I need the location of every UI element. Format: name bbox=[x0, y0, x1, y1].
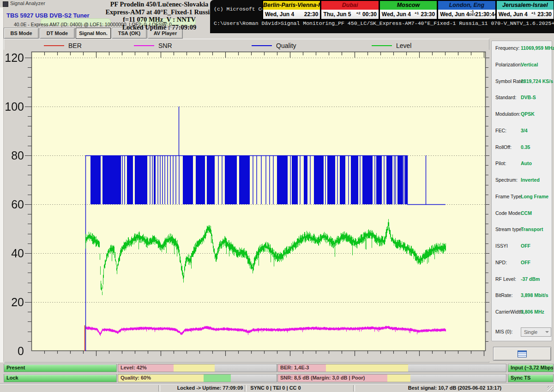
bar-text: Level: 42% bbox=[120, 365, 147, 370]
param-row-issyi: ISSYIOFF bbox=[492, 243, 552, 249]
param-label: MIS (0): bbox=[495, 329, 512, 334]
record-device-button[interactable] bbox=[493, 347, 551, 361]
legend-label: Quality bbox=[276, 42, 296, 49]
legend-item-snr: SNR bbox=[134, 42, 172, 50]
clock-time-row: Wed, Jun 4+123:30 bbox=[380, 10, 437, 19]
server-icon bbox=[518, 350, 527, 357]
clock-time: 21:30:44 bbox=[475, 11, 497, 18]
clock-city-label: London, Eng bbox=[438, 1, 495, 10]
clock-utc-offset: -1DST bbox=[469, 10, 475, 16]
monitor-bar-sync-ts: Sync TS bbox=[508, 374, 554, 382]
param-row-mis: MIS (0):Single bbox=[492, 329, 552, 335]
monitor-bar-snr: SNR: 8,5 dB (Margin: 3,0 dB | Poor) bbox=[277, 374, 506, 382]
param-row-codemode: Code Mode:CCM bbox=[492, 210, 552, 217]
param-label: Stream type: bbox=[495, 226, 523, 232]
param-value: 11069,959 MHz bbox=[521, 45, 554, 51]
chevron-down-icon bbox=[545, 331, 549, 333]
param-label: FEC: bbox=[495, 128, 506, 133]
param-value: OFF bbox=[521, 260, 530, 265]
clock-time: 22:30 bbox=[304, 11, 319, 18]
param-label: BitRate: bbox=[495, 292, 512, 298]
bar-segment-green bbox=[204, 374, 230, 382]
param-label: Standard: bbox=[495, 95, 517, 100]
left-edge-strip bbox=[0, 7, 4, 362]
clock-utc-offset: +1 bbox=[529, 12, 537, 15]
osd-caption: PF Prodelin 450/Lučenec-Slovakia Express… bbox=[105, 0, 213, 31]
clock-date: Wed, Jun 4 bbox=[499, 11, 530, 18]
caption-line-uptime: Locked Uptime : 77:09:09 bbox=[105, 24, 213, 31]
monitor-bar-quality: Quality: 60% bbox=[118, 374, 277, 382]
param-value: 3,898 Mbit/s bbox=[521, 292, 548, 298]
legend-item-ber: BER bbox=[44, 42, 82, 50]
resize-grip[interactable] bbox=[548, 386, 553, 392]
param-row-rolloff: RollOff:0.35 bbox=[492, 144, 552, 151]
clock-london-eng: London, EngWed, Jun 4-1DST21:30:44 bbox=[437, 0, 495, 21]
chart-legend: BERSNRQualityLevel bbox=[4, 42, 489, 50]
transponder-params-panel: Frequency:11069,959 MHzPolarization:Vert… bbox=[491, 41, 552, 341]
signal-chart-canvas bbox=[4, 50, 489, 362]
param-value: Vertical bbox=[521, 62, 538, 67]
legend-swatch-ber bbox=[44, 45, 64, 46]
mis-dropdown[interactable]: Single bbox=[521, 327, 551, 337]
param-value: Inverted bbox=[521, 177, 540, 183]
tab-bs-mode[interactable]: BS Mode bbox=[4, 28, 39, 39]
clock-time: 00:30 bbox=[362, 11, 377, 18]
clock-date: Wed, Jun 4 bbox=[440, 11, 469, 18]
param-row-bitrate: BitRate:3,898 Mbit/s bbox=[492, 292, 552, 299]
param-row-standard: Standard:DVB-S bbox=[492, 95, 552, 101]
legend-label: Level bbox=[396, 42, 411, 49]
param-label: Symbol Rate: bbox=[495, 78, 524, 84]
clock-utc-offset: +1 bbox=[413, 12, 421, 15]
monitor-bar-level: Level: 42% bbox=[118, 364, 277, 372]
param-label: Pilot: bbox=[495, 160, 506, 166]
param-row-rflevel: RF Level:-37 dBm bbox=[492, 276, 552, 283]
param-value: 3,806 MHz bbox=[521, 309, 544, 315]
legend-item-quality: Quality bbox=[252, 42, 296, 50]
clock-jerusalem-israel: Jerusalem-IsraelWed, Jun 4+123:30 bbox=[496, 0, 554, 21]
tuner-name: TBS 5927 USB DVB-S2 Tuner bbox=[6, 12, 90, 19]
app-icon bbox=[3, 1, 8, 7]
legend-swatch-snr bbox=[134, 45, 154, 46]
terminal-copyright-line: (c) Microsoft Co bbox=[214, 6, 265, 12]
param-label: RF Level: bbox=[495, 276, 516, 282]
legend-swatch-level bbox=[372, 45, 392, 46]
param-row-streamtype: Stream type:Transport bbox=[492, 226, 552, 233]
param-value: 2819,724 KS/s bbox=[521, 78, 553, 84]
clock-city-label: Jerusalem-Israel bbox=[497, 1, 554, 10]
terminal-prompt-line: C:\Users\Roman Dávid>Signal Monitoring_P… bbox=[214, 20, 554, 26]
bar-segment-yellow bbox=[174, 364, 215, 372]
param-row-polarization: Polarization:Vertical bbox=[492, 62, 552, 68]
param-label: Frame Type: bbox=[495, 194, 523, 199]
monitor-bar-ber: BER: 1,4E-3 bbox=[277, 364, 506, 372]
bar-text: Sync TS bbox=[511, 375, 530, 380]
legend-label: SNR bbox=[158, 42, 172, 49]
param-row-npd: NPD:OFF bbox=[492, 260, 552, 266]
bar-segment-yellow bbox=[387, 374, 410, 382]
statusbar-sync-counters: SYNC 0 | TEI 0 | CC 0 bbox=[250, 385, 301, 391]
param-label: Code Mode: bbox=[495, 210, 522, 216]
monitor-bar-input-mbps-: Input (~3,72 Mbps) bbox=[508, 364, 554, 372]
param-value: Long Frame bbox=[521, 194, 548, 199]
tab-dt-mode[interactable]: DT Mode bbox=[40, 28, 75, 39]
param-label: Modulation: bbox=[495, 111, 520, 117]
clock-berlin-paris-vienna-roma: Berlin-Paris-Vienna-RomaWed, Jun 422:30 bbox=[262, 0, 320, 21]
statusbar: Locked -> Uptime: 77:09:09 SYNC 0 | TEI … bbox=[0, 384, 554, 392]
bar-segment-yellow bbox=[326, 364, 408, 372]
caption-line-frequency: f=11 070 MHz_V : NNTV bbox=[105, 16, 213, 24]
clock-date: Thu, Jun 5 bbox=[323, 11, 354, 18]
clock-time-row: Wed, Jun 422:30 bbox=[263, 10, 320, 19]
legend-swatch-quality bbox=[252, 45, 272, 46]
bar-text: Lock bbox=[6, 375, 18, 380]
param-row-fec: FEC:3/4 bbox=[492, 128, 552, 134]
legend-item-level: Level bbox=[372, 42, 411, 50]
bar-text: Input (~3,72 Mbps) bbox=[511, 365, 554, 370]
param-row-modulation: Modulation:QPSK bbox=[492, 111, 552, 118]
param-row-frequency: Frequency:11069,959 MHz bbox=[492, 45, 552, 52]
param-row-carrierwidth: CarrierWidth:3,806 MHz bbox=[492, 309, 552, 315]
param-value: 3/4 bbox=[521, 128, 528, 133]
param-row-frametype: Frame Type:Long Frame bbox=[492, 194, 552, 200]
clock-city-label: Dubai bbox=[321, 1, 378, 10]
param-label: Polarization: bbox=[495, 62, 522, 67]
clock-date: Wed, Jun 4 bbox=[265, 11, 296, 18]
statusbar-separator bbox=[245, 385, 247, 392]
